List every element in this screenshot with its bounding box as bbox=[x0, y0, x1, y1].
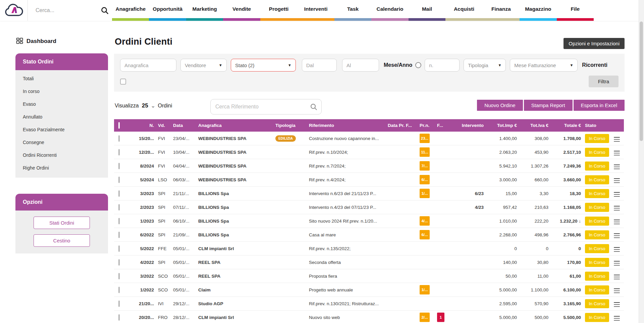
table-row[interactable]: 5/2022FFE05/01/...CLM impianti SrlRif.pr… bbox=[114, 242, 624, 256]
col-header-actions[interactable] bbox=[611, 119, 624, 132]
nav-item-opportunit[interactable]: Opportunità bbox=[149, 0, 186, 21]
stampa-report-button[interactable]: Stampa Report bbox=[524, 100, 573, 111]
row-checkbox[interactable] bbox=[118, 177, 120, 183]
nav-item-vendite[interactable]: Vendite bbox=[223, 0, 260, 21]
col-header-tot_imp[interactable]: Tot.Imp € bbox=[486, 119, 519, 132]
row-menu-icon[interactable] bbox=[613, 149, 621, 157]
nav-item-marketing[interactable]: Marketing bbox=[186, 0, 223, 21]
page-size-value[interactable]: 25 bbox=[142, 102, 148, 109]
select-all-checkbox[interactable] bbox=[118, 122, 120, 129]
row-menu-icon[interactable] bbox=[613, 232, 621, 239]
col-header-select[interactable] bbox=[114, 119, 134, 132]
row-checkbox[interactable] bbox=[118, 149, 120, 155]
vertical-scrollbar[interactable] bbox=[639, 0, 644, 323]
filtra-button[interactable]: Filtra bbox=[589, 76, 619, 87]
sidebar-item-ordini-ricorrenti[interactable]: Ordini Ricorrenti bbox=[15, 149, 108, 162]
nav-item-anagrafiche[interactable]: Anagrafiche bbox=[112, 0, 149, 21]
col-header-data_pr_f[interactable]: Data Pr. F... bbox=[386, 119, 418, 132]
app-logo-cloud-icon[interactable] bbox=[5, 3, 23, 18]
mese-anno-radio[interactable] bbox=[415, 62, 421, 68]
row-checkbox[interactable] bbox=[118, 232, 120, 238]
nav-item-progetti[interactable]: Progetti bbox=[260, 0, 297, 21]
col-header-tipologia[interactable]: Tipologia bbox=[273, 119, 307, 132]
table-row[interactable]: 8/2024FVI04/04/...WEBINDUSTRIES SPARif.p… bbox=[114, 159, 624, 173]
anagrafica-filter-input[interactable] bbox=[120, 59, 176, 72]
table-row[interactable]: 4/2022SPI05/01/...REEL SPASeconda offert… bbox=[114, 256, 624, 269]
row-checkbox[interactable] bbox=[118, 259, 120, 266]
row-menu-icon[interactable] bbox=[613, 177, 621, 184]
table-row[interactable]: 1/2023SPI06/10/...BILLIONS SpaSito nuovo… bbox=[114, 214, 624, 228]
row-checkbox[interactable] bbox=[118, 301, 120, 307]
nav-item-calendario[interactable]: Calendario bbox=[371, 0, 408, 21]
col-header-prn[interactable]: Pr.n. bbox=[418, 119, 435, 132]
table-row[interactable]: 3/2023SPI21/11/...BILLIONS SpaIntervento… bbox=[114, 187, 624, 200]
col-header-stato[interactable]: Stato bbox=[583, 119, 611, 132]
row-menu-icon[interactable] bbox=[613, 246, 621, 253]
table-row[interactable]: 6/2022SPI21/09/...BILLIONS SpaCasa al ma… bbox=[114, 228, 624, 242]
col-header-f[interactable]: F... bbox=[435, 119, 456, 132]
cestino-button[interactable]: Cestino bbox=[34, 234, 90, 247]
nav-item-magazzino[interactable]: Magazzino bbox=[520, 0, 556, 21]
row-menu-icon[interactable] bbox=[613, 260, 621, 267]
ricorrenti-checkbox[interactable] bbox=[120, 79, 126, 85]
row-checkbox[interactable] bbox=[118, 135, 120, 142]
nav-item-interventi[interactable]: Interventi bbox=[297, 0, 334, 21]
search-icon[interactable] bbox=[310, 103, 317, 110]
sidebar-item-annullato[interactable]: Annullato bbox=[15, 110, 108, 123]
row-menu-icon[interactable] bbox=[613, 287, 621, 294]
tipologia-select[interactable]: Tipologia ▼ bbox=[464, 59, 506, 72]
table-row[interactable]: 1/2022SCO05/01/...ClaimProgetto web annu… bbox=[114, 283, 624, 297]
stati-ordini-button[interactable]: Stati Ordini bbox=[34, 217, 90, 229]
nav-item-mail[interactable]: Mail bbox=[409, 0, 445, 21]
numero-input[interactable] bbox=[425, 59, 460, 72]
row-checkbox[interactable] bbox=[118, 273, 120, 279]
sidebar-item-dashboard[interactable]: Dashboard bbox=[16, 38, 108, 45]
col-header-tot_iva[interactable]: Tot.Iva € bbox=[519, 119, 550, 132]
esporta-in-excel-button[interactable]: Esporta in Excel bbox=[574, 100, 625, 111]
row-menu-icon[interactable] bbox=[613, 204, 621, 212]
row-checkbox[interactable] bbox=[118, 204, 120, 211]
venditore-select[interactable]: Venditore ▼ bbox=[180, 59, 227, 72]
col-header-intervento[interactable]: Intervento bbox=[456, 119, 486, 132]
scrollbar-thumb[interactable] bbox=[640, 21, 643, 141]
table-row[interactable]: 2/2023SPI07/11/...BILLIONS SpaIntervento… bbox=[114, 200, 624, 214]
dal-date-input[interactable] bbox=[302, 59, 337, 72]
row-menu-icon[interactable] bbox=[613, 163, 621, 171]
nav-item-acquisti[interactable]: Acquisti bbox=[445, 0, 482, 21]
sidebar-item-righe-ordini[interactable]: Righe Ordini bbox=[15, 162, 108, 174]
row-checkbox[interactable] bbox=[118, 218, 120, 224]
sidebar-item-in-corso[interactable]: In corso bbox=[15, 85, 108, 98]
sidebar-item-evaso[interactable]: Evaso bbox=[15, 98, 108, 110]
col-header-totale[interactable]: Totale € bbox=[550, 119, 583, 132]
al-date-input[interactable] bbox=[342, 59, 379, 72]
chevron-down-icon[interactable]: ⌄ bbox=[151, 103, 155, 108]
col-header-vd[interactable]: Vd. bbox=[156, 119, 171, 132]
sidebar-item-evaso-parzialmente[interactable]: Evaso Parzialmente bbox=[15, 123, 108, 136]
row-menu-icon[interactable] bbox=[613, 315, 621, 322]
col-header-n[interactable]: N. bbox=[134, 119, 156, 132]
table-row[interactable]: 5/2024LSO06/03/...WEBINDUSTRIES SPARif.p… bbox=[114, 173, 624, 187]
table-row[interactable]: 15/20...FVI23/04/...WEBINDUSTRIES SPAEDI… bbox=[114, 132, 624, 145]
global-search-input[interactable] bbox=[35, 5, 100, 16]
row-menu-icon[interactable] bbox=[613, 273, 621, 281]
table-row[interactable]: 12/20...FVI10/04/...WEBINDUSTRIES SPARif… bbox=[114, 145, 624, 159]
col-header-anagrafica[interactable]: Anagrafica bbox=[196, 119, 273, 132]
riferimento-search-input[interactable] bbox=[211, 104, 310, 110]
nuovo-ordine-button[interactable]: Nuovo Ordine bbox=[477, 100, 523, 111]
row-checkbox[interactable] bbox=[118, 190, 120, 197]
mese-fatturazione-select[interactable]: Mese Fatturazione ▼ bbox=[510, 59, 578, 72]
row-menu-icon[interactable] bbox=[613, 191, 621, 198]
sidebar-item-totali[interactable]: Totali bbox=[15, 72, 108, 85]
col-header-riferimento[interactable]: Riferimento bbox=[307, 119, 386, 132]
nav-item-finanza[interactable]: Finanza bbox=[483, 0, 520, 21]
col-header-data[interactable]: Data bbox=[171, 119, 196, 132]
row-checkbox[interactable] bbox=[118, 245, 120, 252]
table-row[interactable]: 20/20...FRO28/12/...CLM impianti SrlNuov… bbox=[114, 311, 624, 323]
search-icon[interactable] bbox=[101, 6, 109, 14]
row-menu-icon[interactable] bbox=[613, 218, 621, 226]
settings-button[interactable]: Opzioni e Impostazioni bbox=[564, 38, 625, 49]
row-menu-icon[interactable] bbox=[613, 301, 621, 308]
row-checkbox[interactable] bbox=[118, 314, 120, 321]
nav-item-task[interactable]: Task bbox=[334, 0, 371, 21]
table-row[interactable]: 3/2022SCO05/01/...REEL SPAProposta fiera… bbox=[114, 269, 624, 283]
